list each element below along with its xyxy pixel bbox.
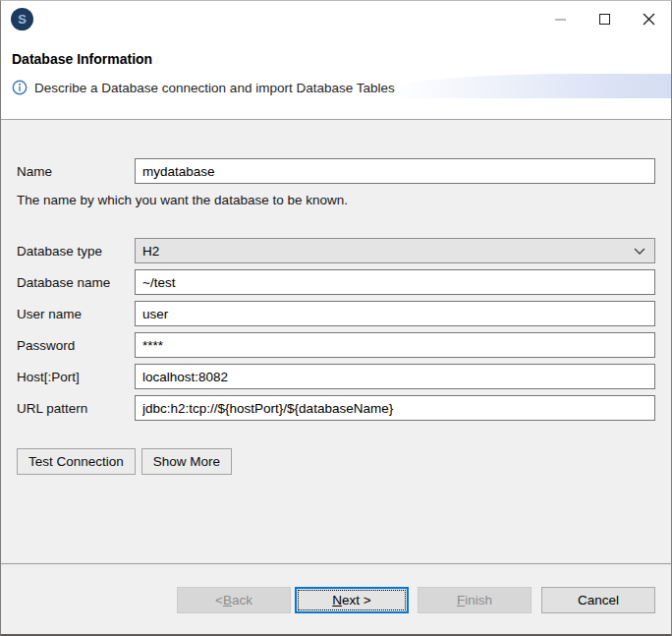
page-description-text: Describe a Database connection and impor… — [34, 81, 395, 95]
page-description: Describe a Database connection and impor… — [12, 80, 659, 95]
titlebar: S — [1, 1, 671, 37]
name-row: Name — [17, 158, 655, 184]
back-button[interactable]: < Back — [177, 587, 291, 613]
close-icon — [643, 13, 655, 26]
show-more-button[interactable]: Show More — [141, 448, 232, 475]
maximize-button[interactable] — [583, 1, 627, 37]
name-field[interactable] — [135, 158, 655, 184]
connection-actions-row: Test Connection Show More — [17, 448, 655, 475]
url-pattern-row: URL pattern — [17, 395, 655, 421]
maximize-icon — [599, 14, 610, 25]
next-button-mnemonic: N — [332, 593, 342, 607]
minimize-button[interactable] — [538, 1, 583, 37]
cancel-button[interactable]: Cancel — [541, 587, 655, 613]
next-button-post: ext > — [342, 593, 371, 607]
close-button[interactable] — [627, 1, 671, 37]
user-name-field[interactable] — [135, 301, 655, 326]
back-button-post: ack — [232, 593, 252, 607]
host-port-label: Host[:Port] — [17, 370, 135, 384]
finish-button[interactable]: Finish — [418, 587, 532, 613]
back-button-pre: < — [215, 593, 223, 607]
name-label: Name — [17, 164, 135, 179]
database-type-value: H2 — [142, 244, 159, 259]
wizard-header: Database Information Describe a Database… — [1, 37, 671, 120]
password-row: Password — [17, 332, 655, 358]
chevron-down-icon — [634, 248, 645, 255]
database-name-row: Database name — [17, 269, 655, 295]
user-name-row: User name — [17, 301, 655, 326]
user-name-label: User name — [17, 307, 135, 321]
info-icon — [12, 80, 28, 95]
url-pattern-label: URL pattern — [17, 401, 135, 416]
minimize-icon — [555, 19, 566, 21]
app-logo-icon: S — [11, 8, 33, 30]
cancel-button-post: Cancel — [578, 593, 619, 607]
database-name-label: Database name — [17, 275, 135, 290]
page-title: Database Information — [12, 51, 659, 67]
form-area: Name The name by which you want the data… — [1, 120, 671, 564]
database-type-label: Database type — [17, 244, 135, 259]
url-pattern-field[interactable] — [135, 395, 655, 421]
test-connection-button[interactable]: Test Connection — [17, 448, 136, 475]
name-help-text: The name by which you want the database … — [17, 193, 655, 207]
host-port-field[interactable] — [135, 364, 655, 389]
back-button-mnemonic: B — [223, 593, 232, 607]
password-label: Password — [17, 338, 135, 353]
wizard-dialog: S Database Information Describe a Databa… — [0, 0, 672, 636]
database-name-field[interactable] — [135, 269, 655, 295]
database-type-combo[interactable]: H2 — [135, 238, 655, 263]
wizard-button-bar: < Back Next > Finish Cancel — [1, 564, 671, 634]
database-type-row: Database type H2 — [17, 238, 655, 263]
finish-button-post: inish — [465, 593, 492, 607]
host-port-row: Host[:Port] — [17, 364, 655, 389]
password-field[interactable] — [135, 332, 655, 358]
next-button[interactable]: Next > — [295, 587, 409, 613]
finish-button-mnemonic: F — [457, 593, 465, 607]
